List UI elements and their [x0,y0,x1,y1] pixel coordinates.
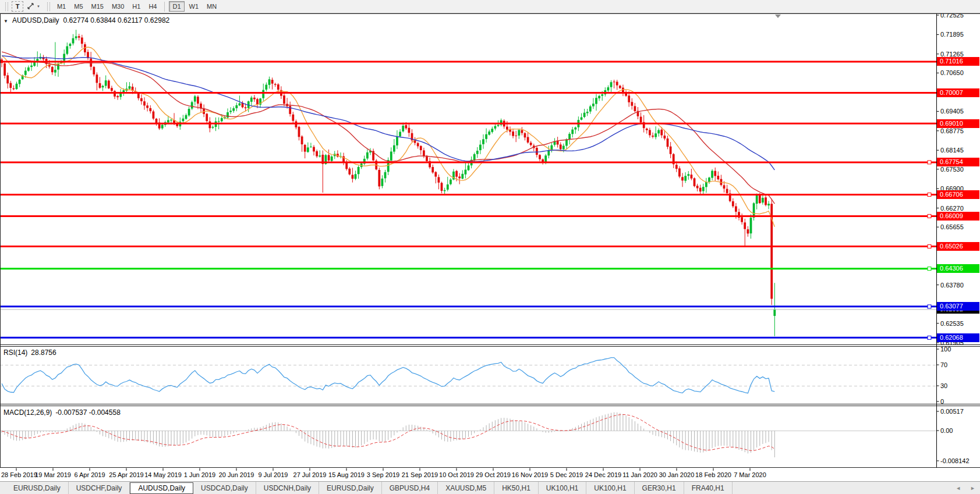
candle-body [298,127,300,137]
candle-body [485,134,487,139]
candle-body [301,137,303,145]
candle-body [206,114,208,122]
candle-body [473,154,476,161]
candle-body [562,146,565,150]
tab-fra40-h1[interactable]: FRA40,H1 [684,482,733,494]
toolbar: T M1M5M15M30H1H4D1W1MN [0,0,980,13]
level-handle[interactable] [928,305,931,308]
tabs-scroll-right-icon[interactable] [970,485,975,491]
moving-average-55[interactable] [2,56,774,170]
candle-body [405,125,407,128]
candle-body [565,140,568,146]
candle-body [239,104,241,106]
level-handle[interactable] [928,193,931,196]
candle-body [568,134,571,139]
tab-hk50-h1[interactable]: HK50,H1 [494,482,539,494]
timeframe-h4-button[interactable]: H4 [145,1,160,12]
candle-body [571,130,574,134]
candle-body [328,155,330,161]
candle-body [551,145,553,150]
tab-uk100-h1[interactable]: UK100,H1 [586,482,634,494]
candle-body [366,152,369,159]
tab-gbpusd-h4[interactable]: GBPUSD,H4 [382,482,438,494]
candle-body [185,115,187,119]
moving-average-10[interactable] [2,47,774,227]
chart-canvas[interactable] [0,0,980,494]
candle-body [19,80,21,84]
candle-body [256,99,259,104]
rsi-value: 28.8756 [31,349,56,357]
timeframe-h1-button[interactable]: H1 [129,1,144,12]
toolbar-grip[interactable] [47,2,50,11]
candle-body [458,176,461,178]
level-handle[interactable] [928,267,931,271]
candle-body [191,102,193,109]
candle-body [711,171,713,178]
candle-body [271,80,274,84]
candle-body [681,177,684,180]
chart-shift-icon[interactable] [775,15,781,18]
candle-body [54,70,56,73]
candle-body [99,83,101,88]
candle-body [699,188,702,192]
moving-average-30[interactable] [2,52,774,204]
candle-body [78,36,80,37]
candle-body [723,185,726,189]
text-tool-button[interactable]: T [12,1,23,12]
candle-body [762,198,764,202]
candle-body [691,175,693,179]
tab-usdchf-daily[interactable]: USDCHF,Daily [69,482,130,494]
timeframe-d1-button[interactable]: D1 [169,1,184,12]
candle-body [221,118,223,121]
tab-usdcnh-daily[interactable]: USDCNH,Daily [256,482,319,494]
candle-body [319,155,321,157]
tabs-scroll-left-icon[interactable] [956,485,961,491]
toolbar-grip[interactable] [5,2,8,11]
candle-body [488,132,490,135]
macd-values: -0.007537 -0.004558 [55,408,120,417]
timeframe-m30-button[interactable]: M30 [108,1,128,12]
tab-uk100-h1[interactable]: UK100,H1 [539,482,586,494]
candle-body [102,86,104,88]
level-handle[interactable] [928,336,931,339]
level-handle[interactable] [928,245,931,248]
candle-body [227,112,229,118]
tab-usdcad-daily[interactable]: USDCAD,Daily [193,482,256,494]
timeframe-m1-button[interactable]: M1 [54,1,69,12]
candle-body [530,143,532,145]
timeframe-m15-button[interactable]: M15 [88,1,107,12]
tab-xauusd-m5[interactable]: XAUUSD,M5 [438,482,494,494]
chart-title: AUDUSD,Daily 0.62774 0.63844 0.62117 0.6… [3,16,169,24]
timeframe-m5-button[interactable]: M5 [70,1,86,12]
cursor-tool-button[interactable] [23,1,44,12]
tab-ger30-h1[interactable]: GER30,H1 [635,482,684,494]
symbol-period-label: AUDUSD,Daily [12,16,59,24]
candle-body [735,207,737,212]
level-handle[interactable] [928,161,931,164]
candle-body [420,146,422,150]
candle-body [232,108,235,111]
ohlc-values: 0.62774 0.63844 0.62117 0.62982 [63,16,170,24]
level-handle[interactable] [928,214,931,218]
candle-body [63,54,65,61]
candle-body [640,117,642,123]
candle-body [441,183,443,191]
timeframe-group: M1M5M15M30H1H4D1W1MN [54,1,220,12]
candle-body [747,229,749,233]
candle-body [313,147,315,152]
candle-body [3,63,6,76]
tab-audusd-daily[interactable]: AUDUSD,Daily [130,482,193,494]
timeframe-w1-button[interactable]: W1 [186,1,203,12]
tab-eurusd-daily[interactable]: EURUSD,Daily [319,482,382,494]
candle-body [137,94,140,98]
candle-body [331,157,333,161]
candle-body [431,167,434,172]
candle-body [592,104,595,106]
tab-eurusd-daily[interactable]: EURUSD,Daily [6,482,69,494]
timeframe-mn-button[interactable]: MN [203,1,220,12]
candle-body [494,126,497,129]
candle-body [66,47,68,54]
collapse-icon[interactable] [3,16,8,24]
candle-body [660,130,663,136]
candle-body [667,138,669,147]
